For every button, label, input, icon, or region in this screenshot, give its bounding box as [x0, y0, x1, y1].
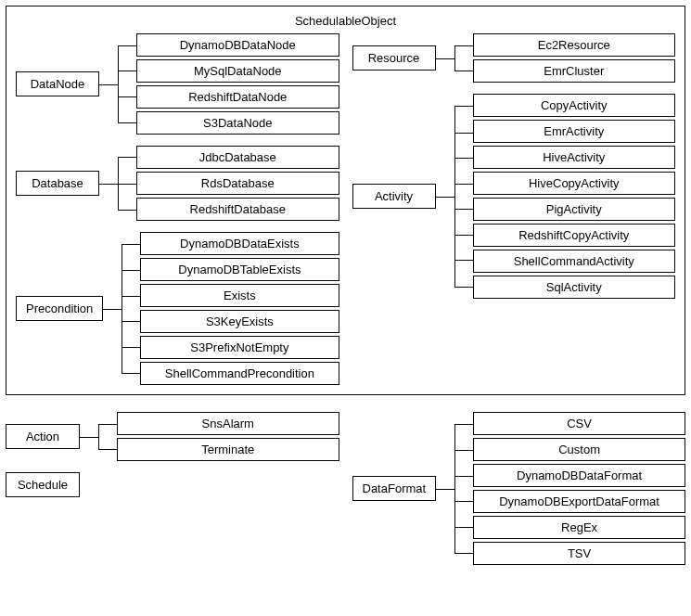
dataformat-child: DynamoDBExportDataFormat	[473, 490, 685, 513]
resource-child: Ec2Resource	[473, 33, 676, 57]
connector	[99, 146, 136, 221]
schedulable-object-container: SchedulableObject DataNode DynamoDBDataN…	[6, 6, 685, 395]
schedule-node: Schedule	[6, 472, 80, 497]
activity-child: ShellCommandActivity	[473, 250, 676, 273]
dataformat-child: TSV	[473, 542, 685, 565]
activity-child: CopyActivity	[473, 94, 676, 117]
activity-child: RedshiftCopyActivity	[473, 224, 676, 247]
action-group: Action SnsAlarm Terminate	[6, 412, 339, 461]
database-group: Database JdbcDatabase RdsDatabase Redshi…	[16, 146, 339, 221]
precondition-child: S3KeyExists	[140, 310, 339, 333]
activity-parent: Activity	[352, 184, 436, 209]
dataformat-child: CSV	[473, 412, 685, 435]
connector	[436, 412, 473, 565]
schedule-group: Schedule	[6, 472, 339, 497]
action-parent: Action	[6, 424, 80, 449]
activity-group: Activity CopyActivity EmrActivity	[352, 94, 676, 299]
database-parent: Database	[16, 171, 99, 196]
dataformat-child: Custom	[473, 438, 685, 461]
resource-parent: Resource	[352, 45, 436, 71]
activity-child: HiveActivity	[473, 146, 676, 169]
precondition-group: Precondition DynamoDBDataExists DynamoDB…	[16, 232, 339, 385]
resource-group: Resource Ec2Resource EmrCluster	[352, 33, 676, 83]
datanode-child: DynamoDBDataNode	[136, 33, 339, 57]
activity-child: EmrActivity	[473, 120, 676, 143]
schedulable-title: SchedulableObject	[16, 14, 675, 28]
resource-child: EmrCluster	[473, 59, 676, 83]
datanode-child: MySqlDataNode	[136, 59, 339, 83]
activity-child: PigActivity	[473, 198, 676, 221]
datanode-child: S3DataNode	[136, 111, 339, 135]
datanode-group: DataNode DynamoDBDataNode MySqlDataNode …	[16, 33, 339, 135]
database-child: RedshiftDatabase	[136, 198, 339, 221]
database-child: RdsDatabase	[136, 172, 339, 195]
datanode-child: RedshiftDataNode	[136, 85, 339, 109]
action-child: Terminate	[117, 438, 339, 461]
precondition-child: ShellCommandPrecondition	[140, 362, 339, 385]
precondition-child: S3PrefixNotEmpty	[140, 336, 339, 359]
dataformat-parent: DataFormat	[352, 476, 437, 501]
connector	[80, 412, 117, 461]
datanode-parent: DataNode	[16, 71, 99, 96]
action-child: SnsAlarm	[117, 412, 339, 435]
precondition-child: DynamoDBTableExists	[140, 258, 339, 281]
activity-child: HiveCopyActivity	[473, 172, 676, 195]
dataformat-child: RegEx	[473, 516, 685, 539]
dataformat-group: DataFormat CSV Custom DynamoDBDataFormat…	[352, 412, 686, 565]
connector	[436, 33, 473, 83]
precondition-parent: Precondition	[16, 296, 103, 321]
precondition-child: DynamoDBDataExists	[140, 232, 339, 255]
connector	[99, 33, 136, 135]
connector	[436, 94, 473, 299]
activity-child: SqlActivity	[473, 276, 676, 299]
database-child: JdbcDatabase	[136, 146, 339, 169]
precondition-child: Exists	[140, 284, 339, 307]
dataformat-child: DynamoDBDataFormat	[473, 464, 685, 487]
connector	[103, 232, 140, 385]
